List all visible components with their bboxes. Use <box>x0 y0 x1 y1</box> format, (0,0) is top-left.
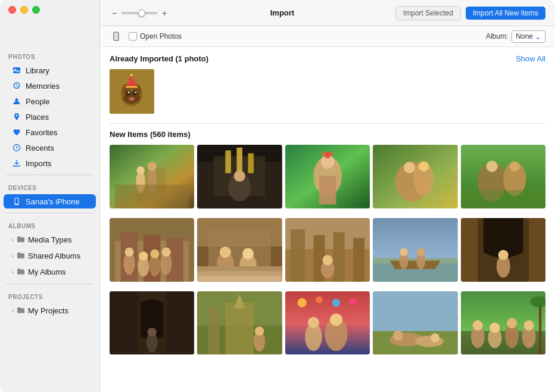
svg-point-124 <box>431 333 439 342</box>
photo-item-9[interactable] <box>373 218 457 282</box>
svg-point-22 <box>130 74 133 76</box>
svg-point-27 <box>136 166 144 174</box>
photo-item-15[interactable] <box>461 291 545 355</box>
sidebar-item-shared-albums[interactable]: › Shared Albums <box>4 248 96 263</box>
device-icon-button[interactable] <box>110 30 123 43</box>
svg-point-111 <box>308 316 319 328</box>
sidebar-item-my-projects[interactable]: › My Projects <box>4 303 96 318</box>
svg-point-68 <box>161 247 170 256</box>
svg-rect-105 <box>226 303 254 355</box>
svg-point-116 <box>332 298 340 306</box>
main-panel: − + Import Import Selected Import All Ne… <box>100 0 555 392</box>
photo-item-6[interactable] <box>110 218 194 282</box>
shared-albums-label: Shared Albums <box>28 251 80 260</box>
svg-rect-81 <box>291 229 305 282</box>
projects-section-label: Projects <box>0 288 99 303</box>
photo-item-5[interactable] <box>461 145 545 209</box>
new-items-title: New Items (560 items) <box>110 130 191 139</box>
places-icon <box>12 112 21 122</box>
sidebar-item-memories[interactable]: Memories <box>4 79 96 93</box>
import-selected-button[interactable]: Import Selected <box>395 6 461 20</box>
svg-point-75 <box>242 248 254 259</box>
svg-point-66 <box>150 249 159 258</box>
import-all-button[interactable]: Import All New Items <box>466 7 545 20</box>
photo-item-12[interactable] <box>197 291 282 355</box>
svg-point-73 <box>220 246 231 257</box>
svg-point-37 <box>234 170 245 182</box>
sidebar-divider-1 <box>6 175 93 175</box>
album-dropdown[interactable]: None ⌄ <box>512 30 545 43</box>
svg-point-52 <box>486 161 497 172</box>
svg-point-62 <box>124 247 133 256</box>
zoom-minus-button[interactable]: − <box>110 8 119 18</box>
svg-rect-84 <box>353 238 364 281</box>
show-all-link[interactable]: Show All <box>516 54 545 63</box>
photo-item-4[interactable] <box>373 145 457 209</box>
chevron-right-icon: › <box>12 237 14 243</box>
people-label: People <box>26 97 49 106</box>
zoom-plus-button[interactable]: + <box>160 8 169 18</box>
favorites-label: Favorites <box>26 128 57 137</box>
sidebar-item-library[interactable]: Library <box>4 63 96 77</box>
photo-item-14[interactable] <box>373 291 457 355</box>
svg-point-108 <box>255 326 264 335</box>
svg-point-43 <box>322 151 326 156</box>
sidebar-item-imports[interactable]: Imports <box>4 156 96 170</box>
already-imported-header: Already Imported (1 photo) Show All <box>110 54 545 63</box>
close-button[interactable] <box>8 6 16 14</box>
svg-point-44 <box>329 151 333 156</box>
sidebar-item-my-albums[interactable]: › My Albums <box>4 265 96 279</box>
svg-point-19 <box>129 97 135 101</box>
sidebar-item-favorites[interactable]: Favorites <box>4 125 96 139</box>
svg-point-114 <box>297 298 306 307</box>
traffic-lights <box>8 6 40 14</box>
svg-point-2 <box>15 98 18 101</box>
recents-icon <box>12 143 21 153</box>
photo-item-3[interactable] <box>285 145 370 209</box>
open-photos-checkbox[interactable] <box>129 32 137 41</box>
open-photos-label: Open Photos <box>140 32 182 41</box>
minimize-button[interactable] <box>20 6 28 14</box>
svg-rect-41 <box>319 176 336 204</box>
imports-label: Imports <box>26 159 51 168</box>
svg-rect-77 <box>197 270 282 275</box>
new-items-row-1 <box>110 145 545 209</box>
new-items-header: New Items (560 items) <box>110 130 545 139</box>
sidebar-item-recents[interactable]: Recents <box>4 141 96 155</box>
svg-rect-55 <box>461 190 545 209</box>
photo-icon <box>12 66 21 75</box>
chevron-right-icon-3: › <box>12 269 14 275</box>
svg-point-93 <box>417 248 425 256</box>
photo-item-7[interactable] <box>197 218 282 282</box>
photo-item-13[interactable] <box>285 291 370 355</box>
secondary-toolbar: Open Photos Album: None ⌄ <box>100 26 555 47</box>
svg-rect-29 <box>115 185 189 209</box>
svg-point-49 <box>419 161 429 172</box>
sidebar-item-iphone[interactable]: Sanaa's iPhone <box>4 194 96 209</box>
sidebar: Photos Library M <box>0 0 100 392</box>
svg-point-134 <box>523 320 534 330</box>
svg-rect-104 <box>208 308 220 354</box>
svg-point-6 <box>17 204 17 205</box>
photo-item-10[interactable] <box>461 218 545 282</box>
svg-point-18 <box>135 92 137 94</box>
library-label: Library <box>26 66 49 75</box>
new-items-row-3 <box>110 291 545 355</box>
photo-item-1[interactable] <box>110 145 194 209</box>
svg-point-28 <box>148 162 157 171</box>
toolbar-right: Import Selected Import All New Items <box>395 6 545 20</box>
already-imported-photo[interactable] <box>110 69 154 114</box>
already-imported-title: Already Imported (1 photo) <box>110 54 208 63</box>
sidebar-item-places[interactable]: Places <box>4 110 96 124</box>
sidebar-item-media-types[interactable]: › Media Types <box>4 232 96 247</box>
zoom-slider[interactable] <box>121 12 157 14</box>
album-value: None <box>516 32 533 41</box>
sidebar-item-people[interactable]: People <box>4 94 96 108</box>
svg-point-91 <box>400 248 408 256</box>
fullscreen-button[interactable] <box>32 6 40 14</box>
photo-item-2[interactable] <box>197 145 282 209</box>
photo-item-8[interactable] <box>285 218 370 282</box>
new-items-section: New Items (560 items) <box>110 130 545 354</box>
open-photos-checkbox-row[interactable]: Open Photos <box>129 32 182 41</box>
photo-item-11[interactable] <box>110 291 194 355</box>
